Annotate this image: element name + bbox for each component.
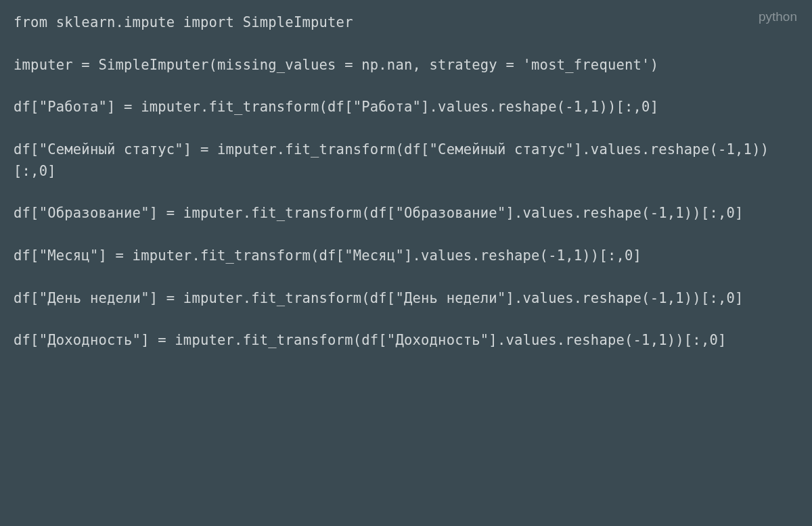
code-line-5: df["Образование"] = imputer.fit_transfor… (14, 205, 744, 221)
code-line-4: df["Семейный статус"] = imputer.fit_tran… (14, 141, 769, 178)
code-line-3: df["Работа"] = imputer.fit_transform(df[… (14, 99, 658, 115)
code-line-7: df["День недели"] = imputer.fit_transfor… (14, 290, 744, 306)
code-line-2: imputer = SimpleImputer(missing_values =… (14, 57, 658, 73)
code-line-1: from sklearn.impute import SimpleImputer (14, 14, 353, 30)
code-line-8: df["Доходность"] = imputer.fit_transform… (14, 332, 727, 348)
language-label: python (759, 9, 797, 24)
code-line-6: df["Месяц"] = imputer.fit_transform(df["… (14, 247, 641, 264)
code-block: from sklearn.impute import SimpleImputer… (0, 0, 812, 364)
